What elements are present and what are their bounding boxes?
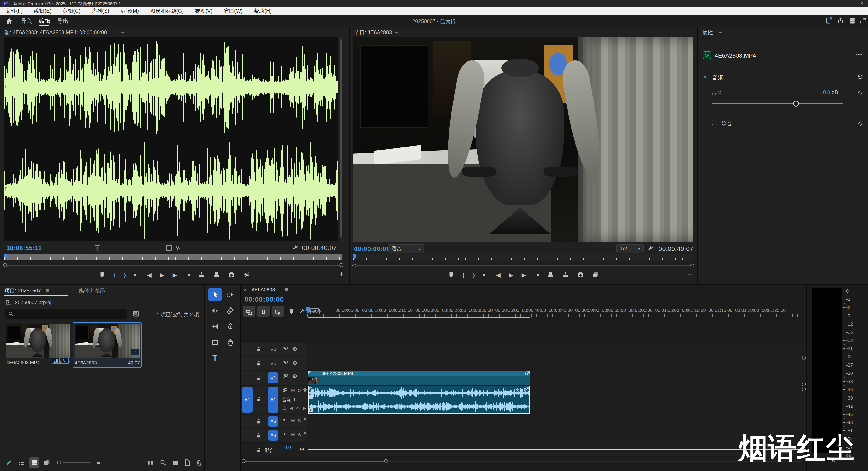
voice-over-mic-icon[interactable] <box>303 417 308 422</box>
track-target-a2[interactable]: A2 <box>268 416 278 426</box>
voice-over-mic-icon[interactable] <box>303 387 308 392</box>
button-editor-plus-icon[interactable]: + <box>339 270 344 278</box>
export-frame-icon[interactable] <box>577 271 584 278</box>
keyframe-pen-icon[interactable] <box>282 406 287 411</box>
work-area-bar[interactable] <box>308 317 530 318</box>
go-to-out-icon[interactable]: ⇥ <box>534 271 539 278</box>
audio-clip-selected[interactable]: L R fx <box>308 386 530 414</box>
panel-menu-icon[interactable]: ≡ <box>121 29 124 35</box>
tab-media-browser[interactable]: 媒体浏览器 <box>79 287 105 294</box>
close-button[interactable]: ✕ <box>855 0 868 7</box>
mark-in-icon[interactable]: { <box>463 271 465 278</box>
sequence-tab-label[interactable]: 4E6A2803 <box>252 287 275 293</box>
panel-menu-icon[interactable]: ≡ <box>719 29 722 35</box>
button-editor-plus-icon[interactable]: + <box>688 270 692 278</box>
menu-item-0[interactable]: 文件(F) <box>0 7 28 15</box>
video-clip[interactable]: 4E6A2803.MP4 fx <box>308 371 530 385</box>
clip-name[interactable]: 4E6A2803.MP4 <box>6 360 40 365</box>
keyframe-toggle-icon[interactable]: ◇ <box>858 120 863 127</box>
parent-folder-icon[interactable] <box>5 299 12 305</box>
timeline-vscroll-handle[interactable] <box>802 383 806 386</box>
track-lane-v3[interactable] <box>307 343 806 356</box>
trim-handle-right[interactable] <box>527 371 530 374</box>
track-lane-v2[interactable] <box>307 357 806 370</box>
pen-tool[interactable] <box>224 319 237 333</box>
project-item-sequence-selected[interactable]: 4E6A2803 40:07 <box>72 322 142 367</box>
track-lane-mix[interactable] <box>307 444 806 456</box>
mark-in-icon[interactable]: { <box>114 271 116 278</box>
lock-icon[interactable] <box>256 418 262 424</box>
source-patch-a1[interactable]: A1 <box>242 387 253 413</box>
thumbnail-zoom-slider[interactable] <box>63 462 90 463</box>
track-name[interactable]: 音频 1 <box>282 396 296 403</box>
marker-icon[interactable] <box>448 271 455 278</box>
volume-slider-handle[interactable] <box>793 101 799 107</box>
menu-item-4[interactable]: 标记(M) <box>115 7 145 15</box>
selection-tool[interactable] <box>208 288 222 301</box>
share-export-icon[interactable] <box>837 17 844 24</box>
track-target-a1[interactable]: A1 <box>268 387 278 413</box>
lock-icon[interactable] <box>256 360 262 366</box>
sync-lock-icon[interactable] <box>282 360 288 366</box>
voice-over-mic-icon[interactable] <box>303 432 308 437</box>
panel-menu-icon[interactable]: ≡ <box>285 286 288 293</box>
type-tool[interactable]: T <box>208 351 222 365</box>
ripple-edit-tool[interactable] <box>208 303 222 317</box>
sync-lock-icon[interactable] <box>282 432 287 437</box>
go-to-in-icon[interactable]: ⇤ <box>134 271 139 278</box>
sync-status-icon[interactable] <box>825 17 832 24</box>
sync-lock-icon[interactable] <box>282 418 287 423</box>
zoom-handle-left[interactable] <box>352 264 356 267</box>
zoom-level-select[interactable]: 适合∨ <box>388 244 424 253</box>
track-lane-v1[interactable]: 4E6A2803.MP4 fx <box>307 371 806 385</box>
menu-item-3[interactable]: 序列(S) <box>86 7 115 15</box>
playback-resolution-select[interactable]: 1/2∨ <box>616 244 644 253</box>
track-target-v2[interactable]: V2 <box>268 359 278 367</box>
compare-view-icon[interactable] <box>592 271 599 278</box>
sync-lock-icon[interactable] <box>282 387 287 393</box>
menu-item-8[interactable]: 帮助(H) <box>248 7 277 15</box>
menu-item-1[interactable]: 编辑(E) <box>28 7 57 15</box>
fullscreen-icon[interactable] <box>859 17 866 24</box>
volume-slider-track[interactable] <box>712 104 843 104</box>
find-icon[interactable] <box>160 459 166 466</box>
track-target-v3[interactable]: V3 <box>268 345 278 353</box>
export-frame-icon[interactable] <box>228 271 235 278</box>
menu-item-2[interactable]: 剪辑(C) <box>57 7 86 15</box>
zoom-handle-right[interactable] <box>690 264 694 267</box>
go-to-in-icon[interactable]: ⇤ <box>483 271 488 278</box>
rectangle-tool[interactable] <box>208 335 222 349</box>
mute-track-button[interactable]: M <box>291 418 295 423</box>
menu-item-6[interactable]: 视图(V) <box>189 7 218 15</box>
delete-icon[interactable] <box>196 459 203 466</box>
lock-icon[interactable] <box>256 346 262 352</box>
solo-track-button[interactable]: S <box>298 388 301 393</box>
add-keyframe-icon[interactable]: ◇ <box>296 406 300 411</box>
sync-lock-icon[interactable] <box>282 346 288 352</box>
solo-track-button[interactable]: S <box>298 433 301 437</box>
sequence-name[interactable]: 4E6A2803 <box>74 360 97 365</box>
mute-audio-icon[interactable] <box>243 271 250 278</box>
eye-icon[interactable] <box>291 360 298 366</box>
mark-out-icon[interactable]: } <box>473 271 475 278</box>
mute-checkbox[interactable] <box>712 120 717 125</box>
nest-toggle-button[interactable] <box>243 306 255 317</box>
go-to-out-icon[interactable]: ⇥ <box>185 271 190 278</box>
mix-volume-rubber-band[interactable] <box>308 449 806 450</box>
mute-track-button[interactable]: M <box>291 433 295 437</box>
source-waveform-view[interactable]: L R <box>4 37 338 241</box>
search-bin-icon[interactable] <box>132 311 139 317</box>
lock-icon[interactable] <box>256 375 262 381</box>
hand-tool[interactable] <box>224 335 237 349</box>
timeline-horizontal-scrollbar[interactable] <box>242 459 804 463</box>
track-lane-a1[interactable]: L R fx <box>307 386 806 414</box>
timeline-current-timecode[interactable]: 00:00:00:00 <box>244 295 284 303</box>
workspace-layout-icon[interactable] <box>849 17 856 24</box>
track-select-forward-tool[interactable] <box>224 288 237 301</box>
track-target-v1[interactable]: V1 <box>268 372 278 383</box>
sort-icon[interactable]: ≡ <box>96 459 100 466</box>
clip-thumbnail[interactable] <box>6 324 70 358</box>
overwrite-icon[interactable] <box>213 271 220 278</box>
eye-icon[interactable] <box>291 373 298 379</box>
source-scrub-ruler[interactable] <box>4 254 342 260</box>
